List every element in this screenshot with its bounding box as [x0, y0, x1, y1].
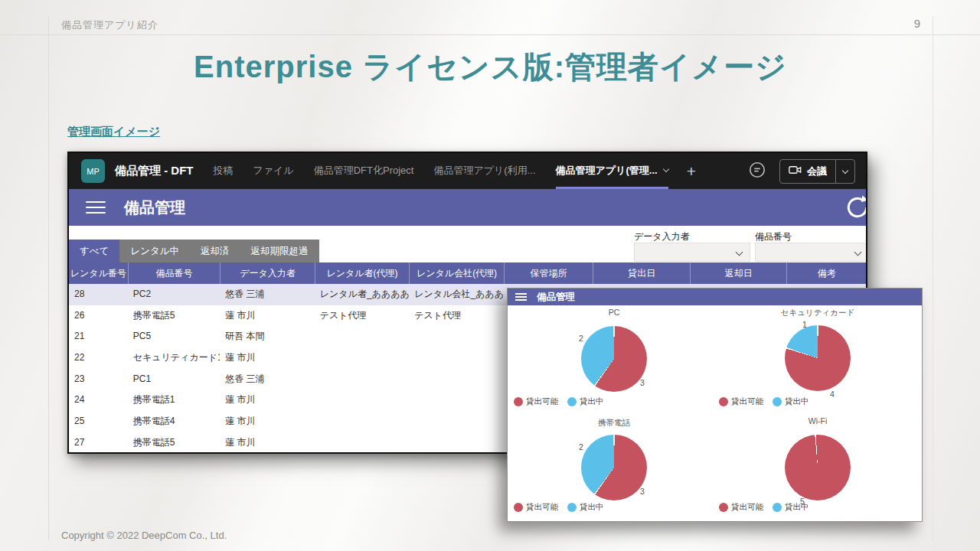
table-cell: 悠香 三浦	[220, 369, 315, 390]
hamburger-menu-icon[interactable]	[515, 291, 527, 303]
meeting-options-dropdown[interactable]	[835, 160, 854, 183]
legend-item: 貸出可能	[514, 396, 558, 407]
filter-tab-2[interactable]: 返却済	[190, 240, 240, 262]
slice-value-rented: 2	[579, 442, 583, 452]
camera-icon	[789, 165, 802, 178]
teams-tab-bar: 投稿ファイル備品管理DFT化Project備品管理アプリ(利用...備品管理アプ…	[214, 153, 668, 189]
legend-item: 貸出中	[567, 502, 604, 513]
page-number: 9	[914, 17, 920, 30]
table-cell: レンタル者_ああああ	[315, 284, 410, 305]
add-tab-button[interactable]: +	[687, 163, 696, 179]
teams-tab-3[interactable]: 備品管理アプリ(利用...	[433, 153, 535, 189]
app-title: 備品管理	[124, 197, 185, 218]
pie-legend: 貸出可能貸出中	[719, 396, 809, 407]
legend-label: 貸出可能	[526, 396, 558, 407]
table-header-row: レンタル番号備品番号データ入力者レンタル者(代理)レンタル会社(代理)保管場所貸…	[69, 262, 866, 284]
pie-chart-title: セキュリティカード	[749, 308, 887, 318]
table-cell: 22	[69, 347, 128, 369]
table-cell: 蓮 市川	[220, 347, 315, 369]
teams-tab-1[interactable]: ファイル	[253, 153, 294, 189]
filter-tab-1[interactable]: レンタル中	[119, 240, 190, 262]
pie-chart-1: 14	[785, 325, 851, 391]
admin-screen-link[interactable]: 管理画面イメージ	[67, 125, 160, 139]
pie-chart-title: 携帯電話	[545, 418, 683, 429]
pie-legend: 貸出可能貸出中	[719, 502, 809, 513]
column-header-4: レンタル会社(代理)	[409, 262, 504, 284]
table-cell	[315, 326, 410, 347]
table-cell: 28	[69, 284, 128, 305]
slice-value-available: 3	[640, 378, 645, 387]
legend-label: 貸出可能	[526, 502, 558, 513]
channel-avatar: MP	[81, 159, 105, 183]
column-header-5: 保管場所	[504, 262, 593, 284]
legend-dot	[567, 503, 577, 512]
column-header-1: 備品番号	[128, 262, 220, 284]
filter-tab-0[interactable]: すべて	[69, 240, 119, 262]
pie-chart-2: 23	[581, 435, 647, 500]
column-header-7: 返却日	[690, 262, 787, 284]
data-entry-person-combobox[interactable]	[634, 243, 750, 262]
table-cell: テスト代理	[315, 305, 410, 327]
teams-tab-4[interactable]: 備品管理アプリ(管理...	[556, 153, 668, 189]
hamburger-menu-icon[interactable]	[86, 197, 106, 217]
table-cell	[315, 369, 410, 390]
table-cell	[409, 390, 504, 411]
legend-item: 貸出中	[773, 502, 809, 513]
table-cell	[315, 411, 410, 432]
legend-dot	[773, 503, 782, 512]
slice-value-rented: 2	[579, 334, 583, 343]
column-header-3: レンタル者(代理)	[315, 262, 410, 284]
pie-legend: 貸出可能貸出中	[514, 502, 604, 513]
pie-chart-3: 5	[785, 435, 851, 500]
column-header-8: 備考	[786, 262, 866, 284]
table-cell: 研吾 本間	[220, 326, 315, 347]
equipment-number-combobox[interactable]	[755, 243, 867, 262]
legend-item: 貸出可能	[719, 396, 763, 407]
table-cell	[409, 411, 504, 432]
legend-label: 貸出中	[785, 502, 809, 513]
teams-tab-0[interactable]: 投稿	[214, 153, 234, 189]
filter-tab-3[interactable]: 返却期限超過	[240, 240, 319, 262]
slide: 備品管理アプリ紹介 9 Enterprise ライセンス版:管理者イメージ 管理…	[0, 0, 980, 551]
legend-dot	[567, 397, 577, 406]
pie-legend: 貸出可能貸出中	[514, 396, 604, 407]
header-divider	[0, 34, 980, 35]
table-cell: セキュリティカード1	[128, 347, 220, 369]
table-cell: PC5	[128, 326, 220, 347]
table-cell: 24	[69, 390, 128, 411]
dashboard-overlay-window: 備品管理 PC23貸出可能貸出中セキュリティカード14貸出可能貸出中携帯電話23…	[507, 288, 923, 522]
refresh-icon[interactable]	[844, 194, 867, 224]
right-frame-line	[933, 17, 933, 540]
meeting-button-label: 会議	[807, 165, 827, 178]
slice-value-available: 4	[830, 390, 835, 399]
pie-chart-title: Wi-Fi	[749, 416, 887, 425]
slide-header: 備品管理アプリ紹介	[61, 18, 158, 32]
chevron-down-icon	[736, 249, 743, 256]
legend-item: 貸出可能	[719, 502, 763, 513]
table-cell	[315, 432, 410, 454]
table-cell: 21	[69, 326, 128, 347]
table-cell	[315, 390, 410, 411]
chat-icon[interactable]	[747, 160, 767, 183]
table-cell: レンタル会社_あああああ	[409, 284, 504, 305]
table-cell: 蓮 市川	[220, 390, 315, 411]
table-cell	[409, 432, 504, 454]
channel-title: 備品管理 - DFT	[115, 164, 194, 178]
column-header-6: 貸出日	[593, 262, 690, 284]
status-filter-tabs: すべてレンタル中返却済返却期限超過	[69, 240, 319, 262]
legend-dot	[514, 397, 523, 406]
legend-dot	[773, 397, 782, 406]
legend-label: 貸出中	[580, 396, 604, 407]
legend-label: 貸出中	[580, 502, 604, 513]
table-cell: 23	[69, 369, 128, 390]
slice-value-available: 3	[640, 487, 645, 496]
table-cell: 25	[69, 411, 128, 432]
data-entry-person-label: データ入力者	[634, 230, 690, 243]
table-cell: 携帯電話5	[128, 432, 220, 454]
meeting-button[interactable]: 会議	[779, 159, 855, 184]
legend-label: 貸出可能	[731, 502, 763, 513]
table-cell: 携帯電話1	[128, 390, 220, 411]
pie-chart-0: 23	[581, 326, 647, 392]
teams-tab-2[interactable]: 備品管理DFT化Project	[314, 153, 414, 189]
overlay-app-header: 備品管理	[508, 289, 922, 305]
